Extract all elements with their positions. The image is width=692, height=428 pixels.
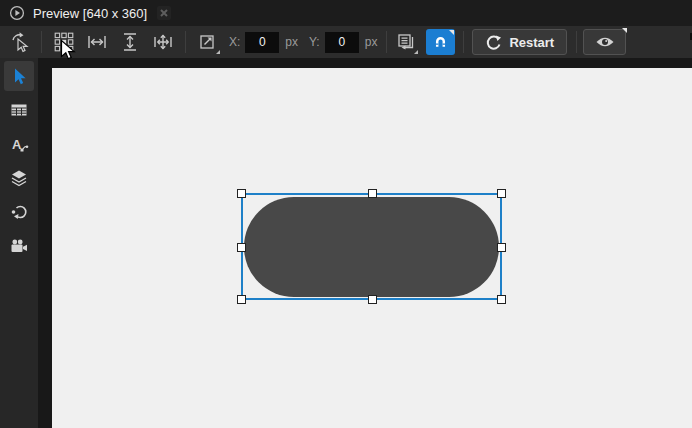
- toolbar-separator: [463, 31, 464, 53]
- y-position-input[interactable]: [325, 32, 359, 53]
- toolbar: X: px Y: px: [0, 26, 692, 58]
- close-x-glyph: [159, 8, 169, 18]
- fit-height-icon: [120, 32, 140, 52]
- selection-handle-ne[interactable]: [497, 189, 506, 198]
- selection-handle-w[interactable]: [237, 243, 246, 252]
- preview-options-button[interactable]: [583, 29, 626, 55]
- play-circle-icon: [9, 5, 25, 21]
- eye-corner-tick-icon: [622, 28, 627, 33]
- x-unit-label: px: [285, 35, 298, 49]
- fit-width-icon: [87, 32, 107, 52]
- selection-handle-e[interactable]: [497, 243, 506, 252]
- x-position-input[interactable]: [245, 32, 279, 53]
- tool-sidebar: A: [0, 58, 38, 428]
- fit-all-button[interactable]: [150, 29, 176, 55]
- toolbar-separator: [386, 31, 387, 53]
- sidebar-tool-select[interactable]: [4, 61, 34, 91]
- preview-canvas[interactable]: [52, 68, 692, 428]
- sidebar-tool-text-animate[interactable]: A: [4, 129, 34, 159]
- y-label: Y:: [309, 35, 320, 49]
- fit-width-button[interactable]: [84, 29, 110, 55]
- selection-handle-n[interactable]: [368, 189, 377, 198]
- toolbar-separator: [185, 31, 186, 53]
- restart-icon: [485, 34, 502, 51]
- tab-bar: Preview [640 x 360]: [0, 0, 692, 26]
- pick-tool-button[interactable]: [7, 29, 33, 55]
- workspace: A: [0, 58, 692, 428]
- restart-button[interactable]: Restart: [472, 29, 567, 55]
- sidebar-tool-camera[interactable]: [4, 231, 34, 261]
- selection-handle-se[interactable]: [497, 295, 506, 304]
- element-list-icon: [396, 32, 416, 52]
- flow-arrow-icon: [9, 202, 29, 222]
- toolbar-separator: [576, 31, 577, 53]
- fit-all-icon: [153, 32, 173, 52]
- magnet-icon: [432, 33, 449, 51]
- y-unit-label: px: [365, 35, 378, 49]
- close-icon[interactable]: [157, 6, 171, 20]
- cursor-arrow-icon: [9, 66, 29, 86]
- grid-icon: [54, 32, 74, 52]
- selection-handle-s[interactable]: [368, 295, 377, 304]
- x-label: X:: [229, 35, 240, 49]
- toolbar-separator: [41, 31, 42, 53]
- text-animate-icon: A: [9, 134, 29, 154]
- pick-tool-icon: [9, 31, 31, 53]
- selection-box: [241, 193, 502, 300]
- scale-document-button[interactable]: [195, 29, 221, 55]
- camera-icon: [9, 236, 29, 256]
- snap-toggle-button[interactable]: [426, 29, 455, 55]
- sidebar-tool-flow[interactable]: [4, 197, 34, 227]
- fit-height-button[interactable]: [117, 29, 143, 55]
- layers-icon: [9, 168, 29, 188]
- sidebar-tool-layers[interactable]: [4, 163, 34, 193]
- table-icon: [9, 100, 29, 120]
- dropdown-tick-icon: [414, 50, 418, 54]
- show-grid-button[interactable]: [51, 29, 77, 55]
- snap-corner-tick-icon: [449, 30, 454, 35]
- sidebar-tool-table[interactable]: [4, 95, 34, 125]
- tab-preview[interactable]: Preview [640 x 360]: [0, 0, 171, 26]
- eye-icon: [595, 35, 615, 49]
- app-window: Preview [640 x 360]: [0, 0, 692, 428]
- element-list-button[interactable]: [393, 29, 419, 55]
- dropdown-tick-icon: [216, 50, 220, 54]
- restart-label: Restart: [509, 35, 554, 50]
- scale-document-icon: [198, 32, 218, 52]
- tab-title: Preview [640 x 360]: [33, 6, 147, 21]
- selection-handle-sw[interactable]: [237, 295, 246, 304]
- selection-handle-nw[interactable]: [237, 189, 246, 198]
